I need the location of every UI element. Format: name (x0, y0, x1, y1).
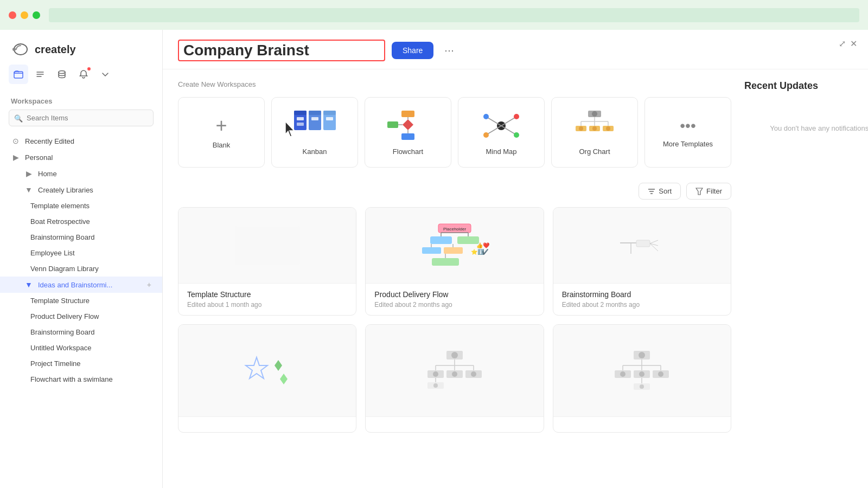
template-label-more: More Templates (663, 140, 713, 148)
item-date: Edited about 2 months ago (562, 301, 722, 309)
svg-rect-14 (323, 111, 336, 115)
item-info-template-structure: Template Structure Edited about 1 month … (178, 283, 356, 315)
address-bar[interactable] (49, 8, 859, 22)
item-preview-6 (553, 325, 731, 416)
item-preview-5 (366, 325, 543, 416)
resize-window-button[interactable]: ⤢ (839, 38, 846, 49)
more-icon: ••• (680, 117, 695, 134)
sidebar-item-untitled-workspace[interactable]: Untitled Workspace (0, 340, 162, 356)
sidebar-item-product-delivery-flow[interactable]: Product Delivery Flow (0, 309, 162, 324)
filter-button[interactable]: Filter (686, 183, 731, 200)
item-card-product-delivery[interactable]: Placeholder 👍 ❤️ ⭐ (365, 207, 544, 316)
item-info-6 (553, 416, 731, 432)
sidebar-item-project-timeline[interactable]: Project Timeline (0, 356, 162, 371)
main-header: Share ⋯ (163, 30, 868, 69)
svg-point-94 (639, 352, 645, 358)
create-section-title: Create New Workspaces (178, 80, 731, 88)
minimize-dot[interactable] (21, 11, 28, 19)
sidebar-item-brainstorming-board-ws[interactable]: Brainstorming Board (0, 324, 162, 340)
more-options-button[interactable]: ⋯ (440, 42, 458, 59)
item-card-6[interactable] (553, 324, 731, 433)
template-card-blank[interactable]: + Blank (178, 97, 265, 168)
sort-button[interactable]: Sort (639, 183, 681, 200)
svg-point-27 (514, 114, 519, 119)
item-card-brainstorming[interactable]: Brainstorming Board Edited about 2 month… (553, 207, 731, 316)
sidebar-item-label: Flowchart with a swimlane (30, 375, 113, 383)
share-button[interactable]: Share (392, 42, 433, 59)
svg-rect-12 (311, 117, 318, 120)
sidebar-item-template-elements[interactable]: Template elements (0, 198, 162, 214)
svg-rect-62 (422, 247, 441, 254)
folder-icon-btn[interactable] (9, 65, 28, 84)
svg-rect-16 (401, 111, 414, 117)
sidebar-item-home[interactable]: ▶ Home (0, 165, 162, 182)
item-info-5 (366, 416, 543, 432)
template-card-more[interactable]: ••• More Templates (644, 97, 731, 168)
sidebar-item-template-structure[interactable]: Template Structure (0, 293, 162, 309)
svg-rect-49 (235, 227, 300, 265)
svg-rect-66 (432, 258, 459, 266)
template-grid: + Blank (178, 97, 731, 168)
sidebar-item-label: Personal (25, 153, 53, 162)
item-card-5[interactable] (365, 324, 544, 433)
sidebar-item-flowchart-swimlane[interactable]: Flowchart with a swimlane (0, 371, 162, 387)
search-input[interactable] (9, 110, 154, 126)
sidebar-icon-bar (0, 65, 162, 93)
chevron-down-icon: ▼ (24, 185, 34, 194)
database-icon-btn[interactable] (52, 65, 72, 84)
content-area: Create New Workspaces + Blank (163, 69, 868, 488)
sidebar-item-label: Boat Retrospective (30, 217, 90, 226)
items-grid: Template Structure Edited about 1 month … (178, 207, 731, 433)
sidebar-nav: ⊙ Recently Edited ▶ Personal ▶ Home ▼ Cr… (0, 133, 162, 488)
svg-point-87 (452, 371, 457, 377)
list-icon-btn[interactable] (30, 65, 50, 84)
template-label-mindmap: Mind Map (486, 147, 516, 156)
item-preview-4 (178, 325, 356, 416)
svg-point-108 (640, 384, 644, 389)
svg-rect-63 (444, 247, 463, 254)
svg-rect-18 (401, 133, 414, 140)
close-dot[interactable] (9, 11, 16, 19)
template-card-mindmap[interactable]: Mind Map (458, 97, 545, 168)
top-bar (0, 0, 868, 30)
template-card-kanban[interactable]: Kanban (271, 97, 358, 168)
template-label-kanban: Kanban (303, 147, 327, 156)
sidebar-item-label: Creately Libraries (38, 186, 93, 194)
item-card-template-structure[interactable]: Template Structure Edited about 1 month … (178, 207, 356, 316)
chevron-down-icon-btn[interactable] (95, 65, 115, 84)
item-info-brainstorming: Brainstorming Board Edited about 2 month… (553, 283, 731, 315)
filter-label: Filter (706, 187, 722, 195)
search-box[interactable]: 🔍 (9, 110, 154, 126)
sidebar-item-label: Template elements (30, 202, 90, 210)
svg-point-31 (483, 132, 489, 138)
notification-icon-btn[interactable] (74, 65, 93, 84)
sidebar-item-ideas-brainstorming[interactable]: ▼ Ideas and Brainstormi... + (0, 277, 162, 293)
svg-line-26 (501, 118, 515, 126)
sidebar-item-boat-retrospective[interactable]: Boat Retrospective (0, 214, 162, 229)
sidebar-item-employee-list[interactable]: Employee List (0, 245, 162, 261)
logo-text: creately (35, 43, 76, 56)
items-toolbar: Sort Filter (178, 183, 731, 200)
svg-point-44 (606, 126, 610, 131)
flowchart-preview-icon (386, 110, 430, 142)
sidebar-item-personal[interactable]: ▶ Personal (0, 149, 162, 165)
svg-marker-74 (246, 357, 267, 378)
svg-text:✔️: ✔️ (482, 248, 489, 255)
sidebar-item-label: Recently Edited (25, 137, 74, 145)
template-card-flowchart[interactable]: Flowchart (365, 97, 451, 168)
close-window-button[interactable]: ✕ (850, 38, 857, 49)
creately-logo-icon (11, 43, 30, 56)
sidebar-item-venn-diagram[interactable]: Venn Diagram Library (0, 261, 162, 277)
sidebar-item-brainstorming-board-lib[interactable]: Brainstorming Board (0, 229, 162, 245)
add-workspace-icon[interactable]: + (147, 280, 151, 289)
workspace-title-input[interactable] (178, 40, 385, 61)
sidebar-item-recently-edited[interactable]: ⊙ Recently Edited (0, 133, 162, 149)
template-card-orgchart[interactable]: Org Chart (551, 97, 638, 168)
maximize-dot[interactable] (33, 11, 40, 19)
svg-rect-11 (309, 111, 321, 115)
plus-icon: + (215, 116, 227, 136)
svg-rect-21 (387, 121, 398, 128)
svg-marker-75 (275, 360, 282, 371)
item-card-4[interactable] (178, 324, 356, 433)
sidebar-item-creately-libraries[interactable]: ▼ Creately Libraries (0, 182, 162, 198)
